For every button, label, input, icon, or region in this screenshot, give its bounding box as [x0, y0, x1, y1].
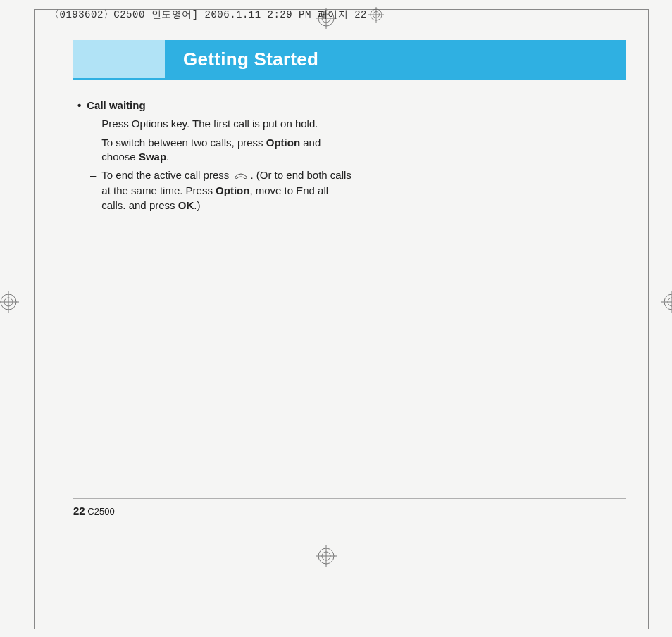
list-item-text: Press Options key. The first call is put… [101, 117, 352, 131]
prepress-header: 〈0193602〉C2500 인도영어] 2006.1.11 2:29 PM 페… [49, 7, 384, 23]
bullet-heading-row: • Call waiting [77, 99, 352, 113]
body-content: • Call waiting – Press Options key. The … [77, 99, 352, 217]
section-title-accent [73, 40, 165, 78]
registration-mark-right [661, 291, 672, 313]
page-number: 22 [73, 505, 85, 517]
registration-mark-left [0, 291, 19, 313]
section-title-bar: Getting Started [73, 40, 626, 78]
crop-tick [649, 536, 672, 536]
page-frame-left [34, 9, 35, 629]
crop-tick [0, 536, 34, 536]
end-call-icon [233, 170, 249, 184]
list-item-text: To switch between two calls, press Optio… [101, 136, 352, 165]
section-title-body: Getting Started [165, 40, 626, 78]
dash-icon: – [90, 168, 96, 213]
svg-point-12 [664, 294, 672, 310]
prepress-header-text: 〈0193602〉C2500 인도영어] 2006.1.11 2:29 PM 페… [49, 9, 348, 20]
list-item: – To switch between two calls, press Opt… [90, 136, 352, 165]
section-title: Getting Started [183, 49, 318, 70]
list-item: – To end the active call press . (Or to … [90, 168, 352, 213]
list-item: – Press Options key. The first call is p… [90, 117, 352, 131]
dash-icon: – [90, 117, 96, 131]
svg-point-13 [668, 298, 672, 306]
footer: 22 C2500 [73, 505, 115, 517]
footer-rule [73, 498, 626, 499]
dash-icon: – [90, 136, 96, 165]
svg-point-9 [4, 298, 13, 306]
section-title-underline [73, 78, 626, 80]
prepress-header-page: 22 [354, 9, 367, 20]
registration-icon [368, 7, 384, 23]
list-item-text: To end the active call press . (Or to en… [101, 168, 352, 213]
svg-point-8 [1, 294, 16, 310]
prepress-header-page-wrap: 22 [354, 7, 384, 23]
bullet-heading: Call waiting [87, 99, 145, 113]
footer-model: C2500 [87, 506, 114, 517]
bullet-icon: • [77, 99, 81, 113]
